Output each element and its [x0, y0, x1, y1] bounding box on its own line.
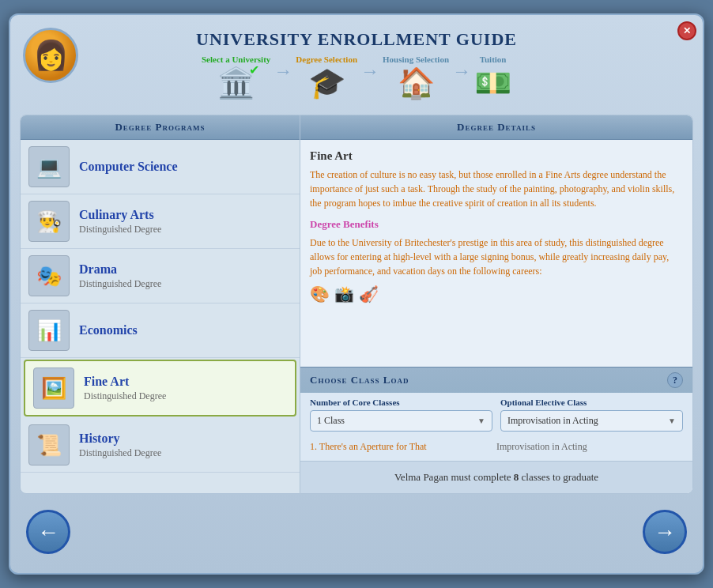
degree-icon-fine-art: 🖼️ [33, 368, 74, 409]
degree-name-history: History [79, 432, 161, 446]
degree-programs-header: Degree Programs [21, 115, 300, 140]
career-icon-photography: 📸 [334, 285, 354, 303]
degree-item-computer-science[interactable]: 💻 Computer Science [21, 140, 300, 194]
core-class-list: 1. There's an Aperture for That [310, 441, 496, 454]
content-area: Degree Programs 💻 Computer Science 👨‍🍳 C… [20, 115, 693, 494]
step-icon-housing: 🏠 [398, 66, 435, 100]
help-button[interactable]: ? [667, 372, 683, 388]
degree-item-fine-art[interactable]: 🖼️ Fine Art Distinguished Degree [24, 360, 296, 416]
degree-sub-culinary-arts: Distinguished Degree [79, 224, 161, 236]
class-load-section: Choose Class Load ? Number of Core Class… [300, 367, 692, 461]
core-classes-dropdown[interactable]: 1 Class ▼ [310, 410, 492, 432]
forward-button[interactable]: → [643, 510, 687, 554]
degree-item-economics[interactable]: 📊 Economics [21, 303, 300, 358]
completion-bar: Velma Pagan must complete 8 classes to g… [300, 461, 692, 493]
benefit-description: Due to the University of Britechester's … [310, 236, 683, 278]
step-housing-selection[interactable]: Housing Selection 🏠 [383, 55, 449, 100]
close-button[interactable]: ✕ [677, 21, 696, 40]
elective-class-list: Improvisation in Acting [496, 441, 683, 454]
core-class-number: 1. [310, 441, 317, 452]
back-icon: ← [37, 519, 59, 545]
degree-name-computer-science: Computer Science [79, 160, 178, 174]
degree-sub-fine-art: Distinguished Degree [84, 390, 166, 402]
class-columns: 1. There's an Aperture for That Improvis… [300, 438, 692, 461]
core-classes-dropdown-arrow: ▼ [477, 416, 485, 425]
degree-sub-drama: Distinguished Degree [79, 278, 161, 290]
degree-icon-economics: 📊 [28, 310, 70, 351]
degree-name-fine-art: Fine Art [84, 375, 166, 389]
step-icon-tuition: 💵 [474, 66, 511, 100]
elective-dropdown[interactable]: Improvisation in Acting ▼ [500, 410, 683, 432]
avatar: 👩 [23, 28, 78, 83]
forward-icon: → [654, 519, 676, 545]
back-button[interactable]: ← [26, 510, 70, 554]
completion-text: Velma Pagan must complete [394, 471, 514, 483]
degree-item-culinary-arts[interactable]: 👨‍🍳 Culinary Arts Distinguished Degree [21, 194, 300, 249]
career-icon-violin: 🎻 [359, 285, 379, 303]
degree-item-drama[interactable]: 🎭 Drama Distinguished Degree [21, 249, 300, 303]
core-class-item-1: 1. There's an Aperture for That [310, 441, 496, 453]
completion-suffix: classes to graduate [519, 471, 598, 483]
degree-name-culinary-arts: Culinary Arts [79, 208, 161, 222]
degree-icon-computer-science: 💻 [28, 146, 70, 187]
arrow-1: → [274, 61, 292, 95]
elective-dropdown-arrow: ▼ [668, 416, 676, 425]
elective-class-item: Improvisation in Acting [496, 441, 683, 453]
detail-degree-description: The creation of culture is no easy task,… [310, 168, 683, 210]
degree-icon-culinary-arts: 👨‍🍳 [28, 201, 70, 242]
degree-name-drama: Drama [79, 262, 161, 277]
degree-icon-history: 📜 [28, 424, 70, 466]
step-tuition[interactable]: Tuition 💵 [474, 55, 511, 100]
degree-details-panel: Degree Details Fine Art The creation of … [300, 115, 693, 494]
step-label-tuition: Tuition [480, 55, 507, 64]
step-label-degree: Degree Selection [296, 55, 357, 64]
degree-details-header: Degree Details [300, 115, 692, 140]
step-label-select-university: Select a University [202, 55, 270, 64]
class-load-header: Choose Class Load ? [300, 368, 692, 393]
benefit-title: Degree Benefits [310, 218, 683, 231]
elective-selector-group: Optional Elective Class Improvisation in… [500, 398, 683, 432]
wizard-steps: Select a University 🏛️✔ → Degree Selecti… [18, 55, 695, 100]
step-icon-degree: 🎓 [308, 66, 345, 100]
career-icon-painting: 🎨 [310, 285, 330, 303]
core-classes-label: Number of Core Classes [310, 398, 492, 407]
degree-sub-history: Distinguished Degree [79, 447, 161, 459]
step-check-university: ✔ [249, 62, 259, 77]
arrow-3: → [452, 61, 471, 95]
degree-item-history[interactable]: 📜 History Distinguished Degree [21, 418, 300, 473]
step-icon-university: 🏛️✔ [217, 66, 255, 100]
step-select-university[interactable]: Select a University 🏛️✔ [202, 55, 270, 100]
core-classes-value: 1 Class [317, 415, 345, 427]
step-degree-selection[interactable]: Degree Selection 🎓 [296, 55, 357, 100]
close-icon: ✕ [683, 25, 691, 37]
degree-details-content: Fine Art The creation of culture is no e… [300, 140, 692, 367]
arrow-2: → [360, 61, 379, 95]
class-selectors: Number of Core Classes 1 Class ▼ Optiona… [300, 393, 692, 438]
elective-value: Improvisation in Acting [507, 415, 598, 427]
degree-icon-drama: 🎭 [28, 255, 70, 296]
step-label-housing: Housing Selection [383, 55, 449, 64]
career-icons: 🎨 📸 🎻 [310, 285, 683, 303]
nav-area: ← → [10, 500, 703, 564]
degree-programs-panel: Degree Programs 💻 Computer Science 👨‍🍳 C… [20, 115, 300, 494]
core-class-name: There's an Aperture for That [319, 441, 427, 452]
detail-degree-title: Fine Art [310, 149, 683, 163]
class-load-title: Choose Class Load [310, 374, 409, 386]
degree-name-economics: Economics [79, 323, 138, 337]
header: University Enrollment Guide Select a Uni… [10, 15, 703, 115]
degree-list: 💻 Computer Science 👨‍🍳 Culinary Arts Dis… [21, 140, 300, 489]
elective-label: Optional Elective Class [500, 398, 683, 407]
main-window: ✕ 👩 University Enrollment Guide Select a… [9, 13, 704, 575]
core-classes-selector-group: Number of Core Classes 1 Class ▼ [310, 398, 492, 432]
page-title: University Enrollment Guide [18, 29, 695, 50]
